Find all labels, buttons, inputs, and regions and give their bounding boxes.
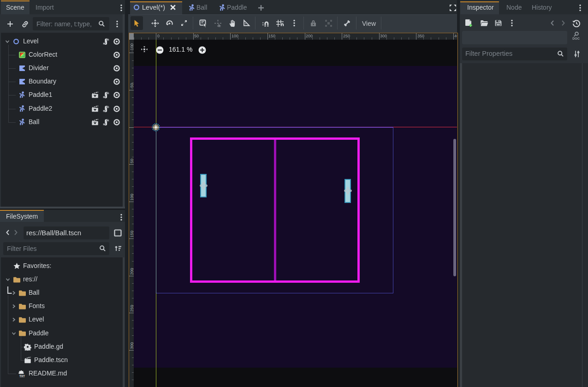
svg-text:DOC: DOC [572,37,580,40]
svg-text:TXT: TXT [19,375,25,378]
